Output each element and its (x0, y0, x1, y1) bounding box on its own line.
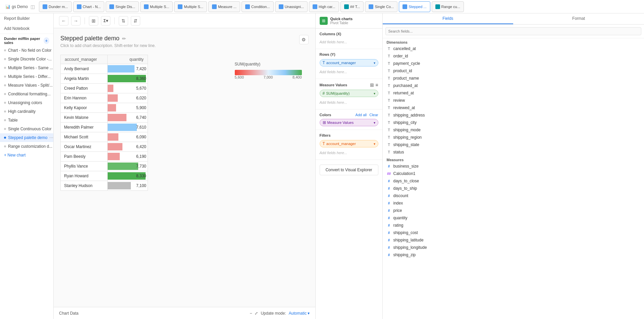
search-input[interactable] (385, 27, 642, 35)
tab-multiple-s...[interactable]: Multiple S... (174, 1, 207, 12)
dimension-field-item[interactable]: Tshipping_address (383, 111, 644, 119)
convert-button[interactable]: Convert to Visual Explorer (320, 165, 378, 175)
dimension-field-item[interactable]: Tpurchased_at (383, 82, 644, 89)
dimension-field-item[interactable]: Tcancelled_at (383, 45, 644, 52)
dimension-field-item[interactable]: Tshipping_region (383, 134, 644, 141)
sidebar-item[interactable]: Range customization d... (0, 142, 53, 151)
measure-field-item[interactable]: #days_to_ship (383, 185, 644, 192)
fields-panel: Fields Format Dimensions Tcancelled_atTo… (382, 13, 644, 319)
dimension-field-item[interactable]: Tshipping_state (383, 141, 644, 148)
sidebar-item[interactable]: Multiple Series - Same ... (0, 63, 53, 72)
dimension-field-item[interactable]: Tproduct_id (383, 67, 644, 75)
sidebar-item[interactable]: Measure Values - Split/... (0, 81, 53, 90)
measure-value-chip[interactable]: # SUM(quantity) ▾ (320, 90, 378, 97)
tab-range-cu...[interactable]: Range cu... (432, 1, 464, 12)
row-value: 7,100 (136, 183, 146, 188)
sort-desc-button[interactable]: ⇵ (131, 16, 140, 26)
chart-edit-icon[interactable]: ✏ (122, 36, 126, 41)
measure-list-icon[interactable]: ≡ (375, 82, 378, 88)
measure-field-item[interactable]: #rating (383, 222, 644, 229)
view-button[interactable]: ⊞ (89, 16, 98, 26)
colors-add-all[interactable]: Add all (356, 113, 367, 117)
sidebar-item[interactable]: Stepped palette demo⋯ (0, 133, 53, 142)
measure-grid-icon[interactable]: ⊞ (370, 82, 374, 88)
dimension-field-item[interactable]: Tproduct_name (383, 75, 644, 82)
quick-charts-title: Quick charts (330, 17, 353, 21)
sidebar-new-chart[interactable]: + New chart (0, 151, 53, 160)
dimension-field-item[interactable]: Tshipping_city (383, 119, 644, 126)
colors-clear[interactable]: Clear (369, 113, 378, 117)
dimension-field-item[interactable]: Tstatus (383, 148, 644, 156)
field-type-icon: T (387, 54, 391, 58)
sidebar-item[interactable]: High cardinality (0, 107, 53, 116)
app-collapse-icon[interactable]: ◫ (31, 4, 35, 9)
sum-button[interactable]: Σ▾ (101, 16, 110, 26)
row-bar (108, 85, 113, 92)
measure-field-item[interactable]: #price (383, 207, 644, 214)
rows-y-placeholder[interactable]: Add fields here... (320, 69, 378, 75)
sort-asc-button[interactable]: ⇅ (119, 16, 128, 26)
tab-dunder-m...[interactable]: Dunder m... (39, 1, 71, 12)
dimension-field-item[interactable]: Treview (383, 97, 644, 104)
sidebar-add-notebook[interactable]: Add Notebook (0, 24, 53, 34)
tab-high-car...[interactable]: High car... (309, 1, 339, 12)
sidebar-item[interactable]: Chart - No field on Color (0, 46, 53, 55)
sidebar-item[interactable]: Multiple Series - Differ... (0, 72, 53, 81)
rows-y-field-chip[interactable]: T account_manager ▾ (320, 59, 378, 66)
sidebar-item-more[interactable]: ⋯ (49, 135, 53, 140)
dimension-field-item[interactable]: Treturned_at (383, 89, 644, 97)
sidebar-item[interactable]: Table (0, 116, 53, 125)
field-type-icon: T (387, 84, 391, 88)
tab-single-co...[interactable]: Single Co... (365, 1, 397, 12)
filters-field-chip[interactable]: T account_manager ▾ (320, 140, 378, 147)
col-account-manager[interactable]: account_manager (61, 55, 108, 64)
measure-field-item[interactable]: #shipping_zip (383, 251, 644, 259)
tab-stepped-...[interactable]: Stepped ... (399, 1, 430, 12)
measure-field-item[interactable]: #quantity (383, 214, 644, 222)
color-bar (235, 70, 302, 75)
columns-x-placeholder[interactable]: Add fields here... (320, 39, 378, 45)
measure-placeholder[interactable]: Add fields here... (320, 99, 378, 106)
tab-measure-...[interactable]: Measure ... (208, 1, 240, 12)
expand-button[interactable]: ⤢ (255, 311, 258, 316)
measure-field-item[interactable]: #shipping_cost (383, 229, 644, 236)
measure-field-item[interactable]: #shipping_latitude (383, 236, 644, 244)
tab-unassigni...[interactable]: Unassigni... (275, 1, 308, 12)
tab-chart---n...[interactable]: Chart - N... (73, 1, 105, 12)
sidebar-add-button[interactable]: + (44, 37, 49, 44)
minimize-button[interactable]: − (250, 311, 252, 316)
tab-##-t...[interactable]: ## T... (340, 1, 364, 12)
colors-field-chip[interactable]: ⊞ Measure Values ▾ (320, 119, 378, 126)
tab-multiple-s...[interactable]: Multiple S... (140, 1, 173, 12)
col-quantity[interactable]: quantity (108, 55, 148, 64)
field-name: shipping_zip (393, 253, 416, 257)
tab-format[interactable]: Format (513, 13, 644, 24)
dimension-field-item[interactable]: Torder_id (383, 52, 644, 60)
sidebar-item[interactable]: Conditional formatting... (0, 90, 53, 98)
row-bar-cell: 6,090 (108, 132, 148, 142)
back-button[interactable]: ← (59, 16, 68, 26)
dimension-field-item[interactable]: Tpayment_cycle (383, 60, 644, 67)
tab-condition...[interactable]: Condition... (241, 1, 274, 12)
measure-field-item[interactable]: #index (383, 199, 644, 207)
chart-settings-button[interactable]: ⚙ (299, 35, 309, 44)
sidebar-report-builder[interactable]: Report Builder (0, 13, 53, 24)
measure-field-item[interactable]: #days_to_close (383, 177, 644, 185)
quick-charts-subtitle: Pivot Table (330, 21, 353, 25)
sidebar-item[interactable]: Single Discrete Color -... (0, 55, 53, 63)
filters-placeholder[interactable]: Add fields here... (320, 149, 378, 156)
measure-field-item[interactable]: #business_size (383, 163, 644, 170)
sidebar-item[interactable]: Single Continuous Color (0, 125, 53, 133)
forward-button[interactable]: → (71, 16, 80, 26)
table-row: Stanley Hudson7,100 (61, 181, 148, 191)
chart-subtitle[interactable]: Click to add chart description. Shift-en… (60, 43, 309, 48)
dimension-field-item[interactable]: Treviewed_at (383, 104, 644, 111)
update-mode-value[interactable]: Automatic ▾ (289, 311, 310, 316)
measure-field-item[interactable]: #shipping_longitude (383, 244, 644, 251)
measure-field-item[interactable]: #discount (383, 192, 644, 199)
measure-field-item[interactable]: ##Calculation1 (383, 170, 644, 177)
dimension-field-item[interactable]: Tshipping_mode (383, 126, 644, 134)
tab-fields[interactable]: Fields (383, 13, 514, 24)
tab-single-dis...[interactable]: Single Dis... (106, 1, 139, 12)
sidebar-item[interactable]: Unassigning colors (0, 98, 53, 107)
